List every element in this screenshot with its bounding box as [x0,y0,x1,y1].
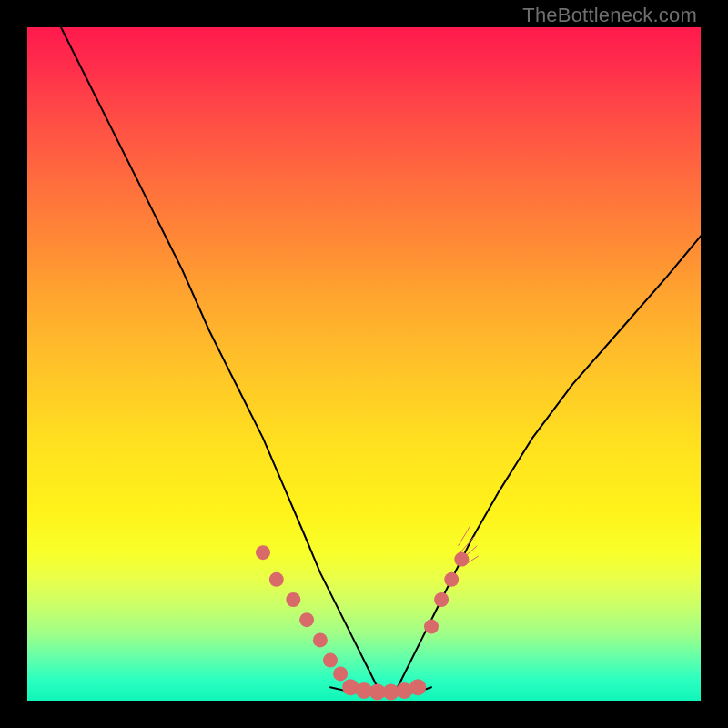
watermark-text: TheBottleneck.com [522,4,697,27]
chart-svg [27,27,701,701]
marker-left-side-dots [333,666,348,681]
marker-bottom-dots [410,679,426,695]
marker-right-side-dots [444,572,459,587]
marker-left-side-dots [286,592,300,607]
series-left-curve [61,27,378,687]
marker-right-side-dots [424,620,439,634]
marker-left-side-dots [299,612,314,627]
marker-left-side-dots [323,653,338,668]
plot-area [27,27,701,701]
chart-frame: TheBottleneck.com [0,0,728,728]
marker-left-side-dots [256,545,270,560]
marker-left-side-dots [313,632,328,647]
marker-right-side-dots [434,592,449,607]
series-right-curve [398,236,701,687]
marker-left-side-dots [269,572,284,587]
